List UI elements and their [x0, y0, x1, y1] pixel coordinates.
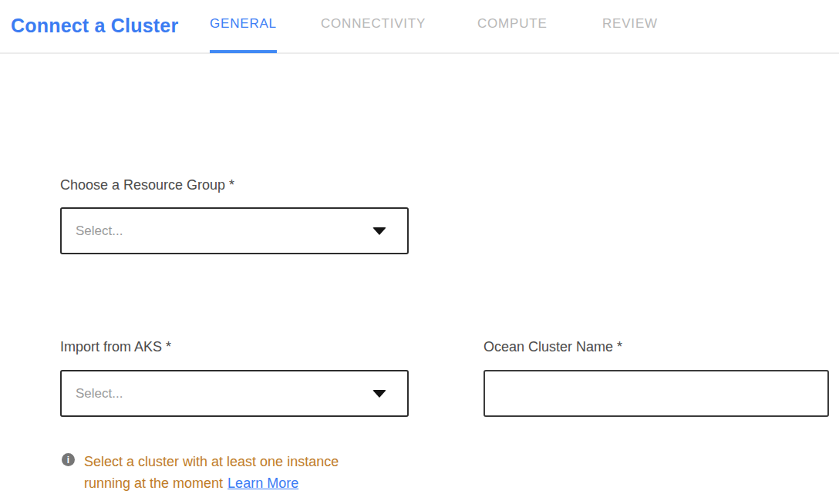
info-note: i Select a cluster with at least one ins… — [62, 451, 386, 494]
import-aks-select-placeholder: Select... — [76, 386, 123, 402]
learn-more-link[interactable]: Learn More — [227, 475, 298, 491]
resource-group-select-placeholder: Select... — [76, 223, 123, 239]
page-title: Connect a Cluster — [11, 15, 178, 37]
tab-connectivity[interactable]: CONNECTIVITY — [321, 16, 426, 54]
caret-down-icon — [372, 390, 386, 398]
wizard-header: Connect a Cluster GENERAL CONNECTIVITY C… — [0, 0, 839, 54]
resource-group-select[interactable]: Select... — [60, 207, 409, 254]
import-aks-label: Import from AKS * — [60, 339, 171, 355]
caret-down-icon — [372, 227, 386, 235]
info-icon: i — [62, 453, 75, 466]
tab-review[interactable]: REVIEW — [602, 16, 658, 54]
info-note-message: Select a cluster with at least one insta… — [84, 454, 339, 491]
ocean-cluster-name-label: Ocean Cluster Name * — [484, 339, 622, 355]
info-note-text: Select a cluster with at least one insta… — [84, 451, 371, 494]
connect-cluster-page: Connect a Cluster GENERAL CONNECTIVITY C… — [0, 0, 839, 504]
tab-compute[interactable]: COMPUTE — [477, 16, 548, 54]
ocean-cluster-name-input[interactable] — [484, 370, 829, 417]
tab-general[interactable]: GENERAL — [210, 16, 277, 54]
import-aks-select[interactable]: Select... — [60, 370, 409, 417]
resource-group-label: Choose a Resource Group * — [60, 177, 234, 193]
